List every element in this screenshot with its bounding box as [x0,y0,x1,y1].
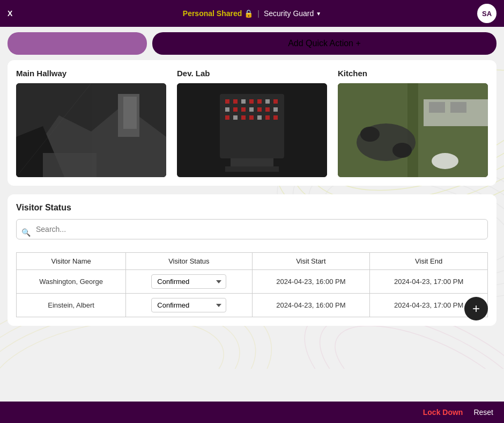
toolbar-left-panel [8,32,147,55]
visit-end-cell: 2024-04-23, 17:00 PM [370,270,488,294]
svg-rect-19 [123,97,137,129]
header-divider: | [257,9,260,18]
camera-section: Main Hallway Dev. Lab [8,60,496,186]
add-fab-button[interactable]: + [464,297,488,320]
security-guard-text: Security Guard [264,9,314,18]
visitor-status-select[interactable]: ConfirmedPendingDeniedChecked InChecked … [151,298,226,312]
camera-title-kitchen: Kitchen [338,69,488,78]
camera-item-dev-lab: Dev. Lab [177,69,327,177]
svg-rect-25 [225,99,229,104]
svg-rect-32 [225,107,229,112]
add-quick-action-label: Add Quick Action + [288,39,361,48]
camera-grid: Main Hallway Dev. Lab [16,69,488,177]
svg-rect-55 [429,102,445,113]
svg-rect-41 [241,115,246,120]
svg-rect-42 [249,115,254,120]
visitor-status-cell[interactable]: ConfirmedPendingDeniedChecked InChecked … [126,294,252,317]
camera-item-main-hallway: Main Hallway [16,69,166,177]
avatar[interactable]: SA [477,4,496,23]
svg-rect-40 [233,115,238,120]
svg-rect-28 [249,99,254,104]
chevron-down-icon: ▼ [316,11,321,17]
svg-rect-37 [265,107,270,112]
svg-point-52 [360,127,380,142]
visitor-name-cell: Einstein, Albert [17,294,126,317]
svg-rect-44 [265,115,270,120]
svg-rect-45 [273,115,278,120]
visitor-name-cell: Washington, George [17,270,126,294]
svg-rect-39 [225,115,229,120]
svg-rect-27 [241,99,246,104]
visitor-status-select[interactable]: ConfirmedPendingDeniedChecked InChecked … [151,274,226,289]
reset-button[interactable]: Reset [473,408,493,417]
svg-rect-29 [257,99,262,104]
camera-item-kitchen: Kitchen [338,69,488,177]
camera-feed-kitchen[interactable] [338,83,488,177]
svg-point-57 [432,153,458,169]
search-wrapper: 🔍 [16,219,488,246]
svg-rect-56 [450,102,466,113]
search-icon: 🔍 [21,228,31,237]
table-header-row: Visitor Name Visitor Status Visit Start … [17,253,488,270]
svg-rect-30 [265,99,270,104]
svg-rect-36 [257,107,262,112]
col-header-visit-start: Visit Start [252,253,370,270]
personal-shared-label[interactable]: Personal Shared 🔒 [183,9,254,18]
svg-rect-26 [233,99,238,104]
col-header-visitor-name: Visitor Name [17,253,126,270]
col-header-visitor-status: Visitor Status [126,253,252,270]
camera-feed-dev-lab[interactable] [177,83,327,177]
header: X Personal Shared 🔒 | Security Guard ▼ S… [0,0,504,27]
personal-shared-text: Personal Shared [183,9,242,18]
camera-feed-main-hallway[interactable] [16,83,166,177]
lock-icon: 🔒 [244,9,253,18]
svg-rect-31 [273,99,278,104]
svg-rect-34 [241,107,246,112]
svg-rect-43 [257,115,262,120]
visitor-status-cell[interactable]: ConfirmedPendingDeniedChecked InChecked … [126,270,252,294]
visit-start-cell: 2024-04-23, 16:00 PM [252,294,370,317]
toolbar-row: Add Quick Action + [0,27,504,60]
table-row: Einstein, AlbertConfirmedPendingDeniedCh… [17,294,488,317]
visitor-section: Visitor Status 🔍 Visitor Name Visitor St… [8,194,496,326]
svg-rect-33 [233,107,238,112]
camera-title-dev-lab: Dev. Lab [177,69,327,78]
visitor-search-input[interactable] [16,219,488,239]
visit-start-cell: 2024-04-23, 16:00 PM [252,270,370,294]
svg-rect-38 [273,107,278,112]
col-header-visit-end: Visit End [370,253,488,270]
security-guard-selector[interactable]: Security Guard ▼ [264,9,321,18]
footer: Lock Down Reset [0,402,504,423]
svg-rect-47 [225,166,279,172]
svg-point-53 [392,143,412,158]
visitor-status-title: Visitor Status [16,203,488,213]
table-row: Washington, GeorgeConfirmedPendingDenied… [17,270,488,294]
svg-rect-35 [249,107,254,112]
main-content: Main Hallway Dev. Lab [0,60,504,369]
add-quick-action-button[interactable]: Add Quick Action + [152,32,496,55]
svg-rect-21 [43,153,97,177]
camera-title-main-hallway: Main Hallway [16,69,166,78]
header-center: Personal Shared 🔒 | Security Guard ▼ [183,9,321,18]
visitor-table: Visitor Name Visitor Status Visit Start … [16,252,488,317]
lockdown-button[interactable]: Lock Down [423,408,463,417]
close-button[interactable]: X [8,9,12,18]
